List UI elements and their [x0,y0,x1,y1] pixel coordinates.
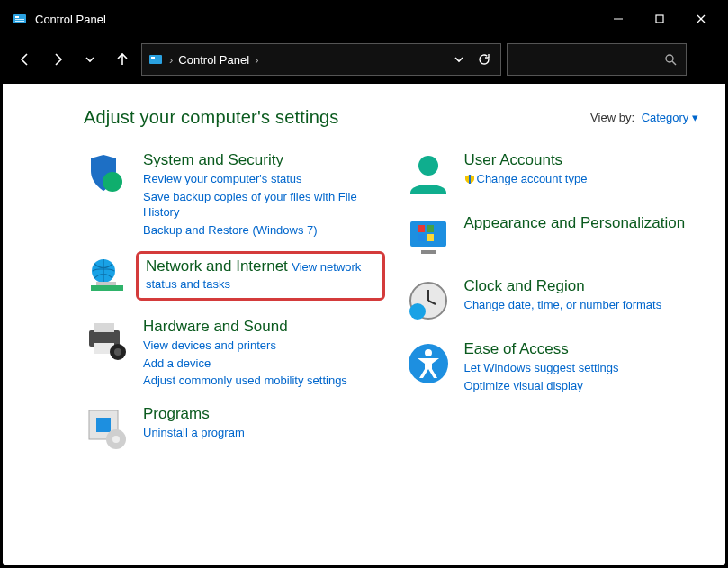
view-by-value[interactable]: Category ▾ [642,111,698,124]
maximize-button[interactable] [639,3,680,35]
svg-rect-28 [418,225,425,232]
accessibility-icon [405,340,452,387]
svg-point-35 [409,303,426,320]
svg-line-11 [672,61,676,65]
category-link[interactable]: Uninstall a program [143,425,245,441]
breadcrumb-chevron[interactable]: › [255,53,258,67]
category-programs: Programs Uninstall a program [84,405,378,452]
address-dropdown-button[interactable] [448,46,470,73]
category-column-left: System and Security Review your computer… [84,151,378,452]
minimize-button[interactable] [598,3,639,35]
page-title: Adjust your computer's settings [84,107,338,128]
category-title[interactable]: Appearance and Personalization [464,214,686,232]
category-link[interactable]: Let Windows suggest settings [464,360,619,376]
svg-rect-2 [15,19,24,20]
breadcrumb-location[interactable]: Control Panel [178,53,249,67]
category-link[interactable]: Save backup copies of your files with Fi… [143,189,378,221]
category-user-accounts: User Accounts Change account type [405,151,699,198]
svg-rect-9 [151,57,155,59]
svg-point-25 [418,156,438,176]
content-area: Adjust your computer's settings View by:… [3,84,725,565]
category-system-security: System and Security Review your computer… [84,151,378,239]
uac-shield-icon [464,174,475,185]
monitor-icon [405,214,452,261]
category-title[interactable]: System and Security [143,151,378,169]
category-appearance-personalization: Appearance and Personalization [405,214,699,261]
view-by-label: View by: [590,111,634,124]
category-link[interactable]: Review your computer's status [143,171,378,187]
category-clock-region: Clock and Region Change date, time, or n… [405,277,699,324]
svg-rect-17 [94,323,114,332]
printer-icon [84,318,130,365]
category-column-right: User Accounts Change account type Appear… [405,151,699,452]
breadcrumb-chevron[interactable]: › [169,53,173,67]
svg-rect-27 [421,250,436,254]
address-bar[interactable]: › Control Panel › [141,43,501,76]
programs-icon [84,405,130,452]
close-button[interactable] [680,3,722,35]
category-title[interactable]: Clock and Region [464,277,662,295]
svg-rect-22 [96,418,111,432]
category-title[interactable]: Network and Internet [146,257,288,275]
back-button[interactable] [12,46,39,73]
svg-point-10 [666,55,673,62]
category-link[interactable]: Change account type [464,171,588,187]
category-title[interactable]: Ease of Access [464,340,619,358]
category-link[interactable]: Add a device [143,356,347,372]
category-link[interactable]: Backup and Restore (Windows 7) [143,222,378,239]
navigation-bar: › Control Panel › [3,35,725,84]
user-icon [405,151,452,198]
category-link[interactable]: Adjust commonly used mobility settings [143,373,347,389]
svg-point-12 [103,172,122,192]
svg-rect-29 [427,225,434,232]
titlebar: Control Panel [3,3,725,35]
category-network-internet: Network and Internet View network status… [84,255,378,302]
category-hardware-sound: Hardware and Sound View devices and prin… [84,318,378,389]
svg-point-24 [112,436,120,443]
search-box[interactable] [507,43,687,76]
svg-rect-5 [656,15,663,23]
category-title[interactable]: User Accounts [464,151,588,169]
svg-rect-14 [91,285,123,291]
category-title[interactable]: Hardware and Sound [143,318,347,336]
category-ease-of-access: Ease of Access Let Windows suggest setti… [405,340,699,393]
window-title: Control Panel [35,13,598,26]
category-link[interactable]: Change date, time, or number formats [464,297,662,313]
control-panel-icon [12,11,28,27]
category-link[interactable]: View devices and printers [143,338,347,354]
svg-point-37 [425,349,432,356]
up-button[interactable] [109,46,136,73]
highlight-network-internet: Network and Internet View network status… [136,251,385,301]
clock-icon [405,277,452,324]
recent-locations-button[interactable] [76,46,103,73]
shield-icon [84,151,130,198]
svg-rect-15 [96,282,116,285]
category-title[interactable]: Programs [143,405,245,423]
control-panel-icon [148,51,164,68]
category-link[interactable]: Optimize visual display [464,378,619,394]
svg-rect-8 [149,55,162,64]
svg-rect-3 [15,21,24,22]
svg-rect-30 [418,234,425,241]
globe-icon [84,255,130,302]
svg-rect-31 [427,234,434,241]
svg-rect-1 [15,16,19,18]
view-by-control[interactable]: View by: Category ▾ [590,111,698,124]
refresh-button[interactable] [473,46,495,73]
svg-point-20 [114,348,121,356]
forward-button[interactable] [44,46,71,73]
search-icon [664,53,677,66]
